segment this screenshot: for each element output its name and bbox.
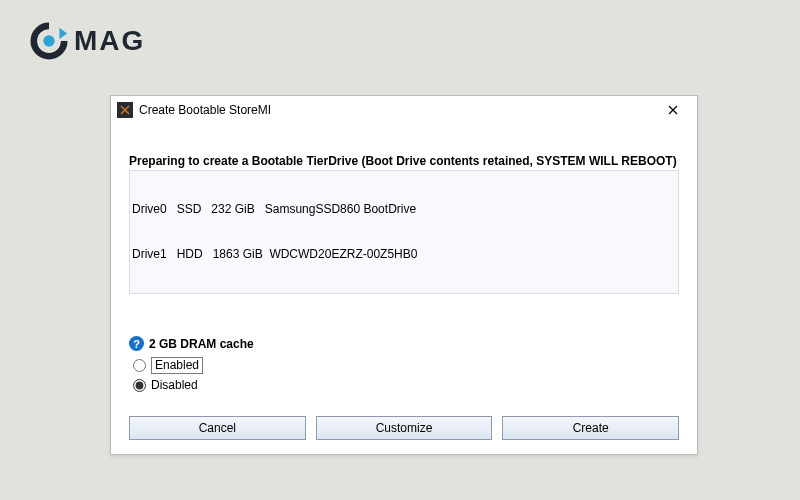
radio-enabled-label: Enabled <box>151 357 203 374</box>
customize-button[interactable]: Customize <box>316 416 493 440</box>
drive-list[interactable]: Drive0 SSD 232 GiB SamsungSSD860 BootDri… <box>129 170 679 294</box>
brand-mark-icon <box>30 22 68 60</box>
svg-point-0 <box>43 35 54 46</box>
heading-text: Preparing to create a Bootable TierDrive… <box>129 154 679 168</box>
radio-enabled[interactable]: Enabled <box>133 357 679 374</box>
help-icon[interactable]: ? <box>129 336 144 351</box>
app-icon <box>117 102 133 118</box>
radio-disabled[interactable]: Disabled <box>133 378 679 392</box>
brand-text: MAG <box>74 25 145 57</box>
dram-cache-title: ? 2 GB DRAM cache <box>129 336 679 351</box>
close-icon <box>668 105 678 115</box>
cancel-button[interactable]: Cancel <box>129 416 306 440</box>
drive-row[interactable]: Drive0 SSD 232 GiB SamsungSSD860 BootDri… <box>132 202 676 217</box>
titlebar: Create Bootable StoreMI <box>111 96 697 124</box>
dialog-content: Preparing to create a Bootable TierDrive… <box>111 124 697 454</box>
radio-disabled-label: Disabled <box>151 378 198 392</box>
drive-row[interactable]: Drive1 HDD 1863 GiB WDCWD20EZRZ-00Z5HB0 <box>132 247 676 262</box>
radio-enabled-input[interactable] <box>133 359 146 372</box>
brand-logo: MAG <box>30 22 145 60</box>
dialog-title: Create Bootable StoreMI <box>139 103 271 117</box>
dialog-create-bootable-storemi: Create Bootable StoreMI Preparing to cre… <box>110 95 698 455</box>
create-button[interactable]: Create <box>502 416 679 440</box>
dram-cache-section: ? 2 GB DRAM cache Enabled Disabled <box>129 336 679 392</box>
button-row: Cancel Customize Create <box>129 416 679 440</box>
close-button[interactable] <box>657 100 689 120</box>
dram-cache-label: 2 GB DRAM cache <box>149 337 254 351</box>
radio-disabled-input[interactable] <box>133 379 146 392</box>
